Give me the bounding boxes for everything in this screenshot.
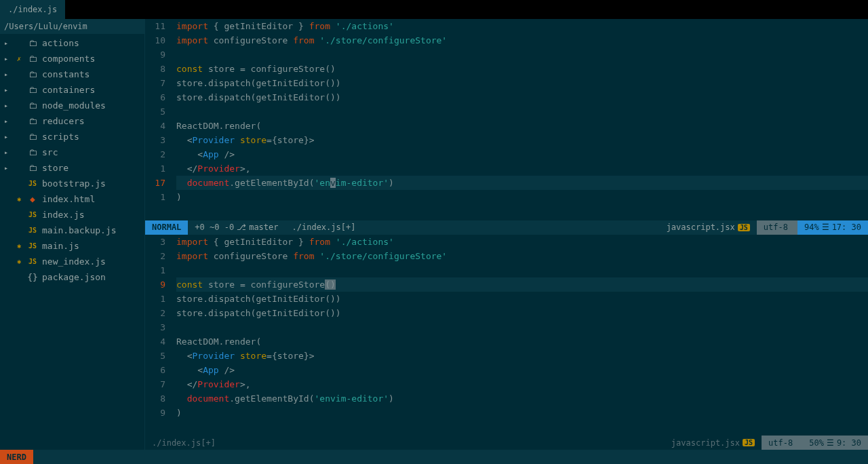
tree-item[interactable]: ✱JSnew_index.js — [0, 254, 144, 269]
tree-item-label: containers — [42, 83, 95, 96]
nerd-label: NERD — [0, 450, 33, 464]
tree-arrow-icon[interactable]: ▸ — [4, 146, 11, 159]
tree-item[interactable]: JSmain.backup.js — [0, 223, 144, 238]
filetype-2: javascript.jsx JS — [665, 436, 762, 450]
tree-item-label: actions — [42, 37, 79, 50]
filename-2: ./index.js[+] — [145, 436, 222, 450]
tree-item-label: constants — [42, 68, 90, 81]
statusline-1: NORMAL +0 ~0 -0 ⎇ master ./index.js[+] j… — [145, 220, 868, 235]
js-badge-icon: JS — [743, 439, 755, 446]
encoding-1: utf-8 — [757, 220, 797, 235]
tree-arrow-icon[interactable]: ▸ — [4, 83, 11, 96]
code-1[interactable]: import { getInitEditor } from './actions… — [172, 19, 868, 220]
main-area: /Users/Lulu/envim ▸🗀actions▸✗🗀components… — [0, 19, 868, 450]
file-tree[interactable]: ▸🗀actions▸✗🗀components▸🗀constants▸🗀conta… — [0, 34, 144, 450]
tree-item-label: src — [42, 146, 58, 159]
position-1: 94% ☰ 17: 30 — [797, 220, 868, 235]
code-pane-1[interactable]: 1110987654321171 import { getInitEditor … — [145, 19, 868, 220]
git-status-icon: ✗ — [15, 52, 23, 65]
git-status-icon: ✱ — [15, 255, 23, 268]
sidebar-path: /Users/Lulu/envim — [0, 19, 144, 34]
tree-arrow-icon[interactable]: ▸ — [4, 161, 11, 174]
tree-item-label: reducers — [42, 115, 85, 128]
tree-arrow-icon[interactable]: ▸ — [4, 68, 11, 81]
encoding-2: utf-8 — [762, 436, 802, 450]
tree-item-label: main.js — [42, 239, 79, 252]
tree-item-label: new_index.js — [42, 255, 106, 268]
tree-item[interactable]: ▸🗀containers — [0, 82, 144, 98]
tree-item[interactable]: JSbootstrap.js — [0, 176, 144, 191]
tree-item[interactable]: ▸🗀reducers — [0, 113, 144, 129]
tree-item[interactable]: ✱JSmain.js — [0, 238, 144, 254]
tree-item-label: components — [42, 52, 95, 65]
tree-item-label: index.js — [42, 208, 85, 221]
tree-item[interactable]: ▸🗀scripts — [0, 129, 144, 144]
tree-item-label: store — [42, 161, 68, 174]
file-tab[interactable]: ./index.js — [0, 0, 65, 19]
tree-arrow-icon[interactable]: ▸ — [4, 52, 11, 65]
position-2: 50% ☰ 9: 30 — [802, 436, 868, 450]
gutter-2: 3219123456789 — [145, 235, 172, 436]
tree-item[interactable]: ✱◆index.html — [0, 191, 144, 207]
tree-item[interactable]: ▸🗀store — [0, 160, 144, 176]
tree-item[interactable]: {}package.json — [0, 269, 144, 285]
tree-item[interactable]: JSindex.js — [0, 207, 144, 223]
gutter-1: 1110987654321171 — [145, 19, 172, 220]
tree-item[interactable]: ▸🗀src — [0, 144, 144, 160]
tree-arrow-icon[interactable]: ▸ — [4, 37, 11, 50]
filename-1: ./index.js[+] — [285, 220, 363, 235]
filetype-1: javascript.jsx JS — [660, 220, 757, 235]
bottom-bar: NERD — [0, 450, 868, 464]
tree-arrow-icon[interactable]: ▸ — [4, 99, 11, 112]
tree-arrow-icon[interactable]: ▸ — [4, 130, 11, 143]
titlebar: ./index.js — [0, 0, 868, 19]
tree-item[interactable]: ▸✗🗀components — [0, 51, 144, 66]
tree-item[interactable]: ▸🗀node_modules — [0, 98, 144, 113]
sidebar: /Users/Lulu/envim ▸🗀actions▸✗🗀components… — [0, 19, 145, 450]
tree-arrow-icon[interactable]: ▸ — [4, 115, 11, 128]
editor-area: 1110987654321171 import { getInitEditor … — [145, 19, 868, 450]
code-pane-2[interactable]: 3219123456789 import { getInitEditor } f… — [145, 235, 868, 436]
editor-split-top: 1110987654321171 import { getInitEditor … — [145, 19, 868, 235]
tree-item-label: package.json — [42, 271, 106, 284]
git-status-icon: ✱ — [15, 193, 23, 206]
tree-item[interactable]: ▸🗀constants — [0, 66, 144, 82]
statusline-2: ./index.js[+] javascript.jsx JS utf-8 50… — [145, 436, 868, 450]
editor-split-bottom: 3219123456789 import { getInitEditor } f… — [145, 235, 868, 450]
js-badge-icon: JS — [738, 224, 750, 231]
mode-indicator: NORMAL — [145, 220, 188, 235]
code-2[interactable]: import { getInitEditor } from './actions… — [172, 235, 868, 436]
tree-item-label: bootstrap.js — [42, 177, 106, 190]
tree-item-label: scripts — [42, 130, 79, 143]
git-status-icon: ✱ — [15, 239, 23, 252]
tree-item[interactable]: ▸🗀actions — [0, 35, 144, 51]
git-stats: +0 ~0 -0 ⎇ master — [188, 220, 285, 235]
branch-icon: ⎇ — [237, 223, 246, 232]
tree-item-label: node_modules — [42, 99, 106, 112]
tree-item-label: main.backup.js — [42, 224, 117, 237]
tree-item-label: index.html — [42, 193, 95, 206]
